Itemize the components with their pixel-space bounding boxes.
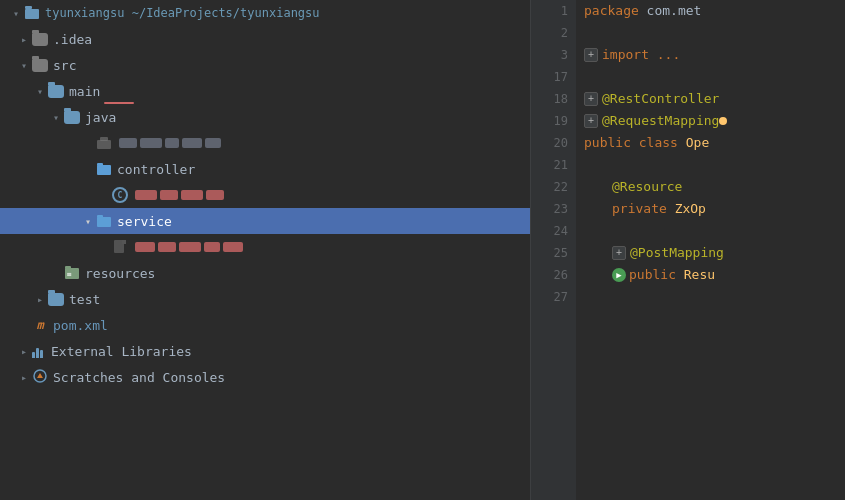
svg-rect-4 — [97, 165, 111, 175]
fold-icon-import[interactable]: + — [584, 48, 598, 62]
keyword-class: class — [639, 132, 678, 154]
keyword-import: import — [602, 44, 649, 66]
line-num-25: 25 — [531, 242, 568, 264]
libraries-icon — [32, 344, 46, 358]
svg-rect-1 — [25, 6, 32, 9]
line-num-2: 2 — [531, 22, 568, 44]
code-space4 — [676, 264, 684, 286]
code-line-25: + @PostMapping — [584, 242, 845, 264]
java-arrow — [48, 112, 64, 123]
code-line-18: + @RestController — [584, 88, 845, 110]
tree-item-controller-file[interactable]: C — [0, 182, 530, 208]
line-num-26: 26 — [531, 264, 568, 286]
pom-icon: m — [32, 317, 48, 333]
scratches-arrow — [16, 372, 32, 383]
return-type: Resu — [684, 264, 715, 286]
code-import-dots — [649, 44, 657, 66]
java-label: java — [85, 110, 116, 125]
main-arrow — [32, 86, 48, 97]
line-num-20: 20 — [531, 132, 568, 154]
line-num-18: 18 — [531, 88, 568, 110]
redacted-packages — [119, 138, 221, 148]
service-label: service — [117, 214, 172, 229]
svg-rect-2 — [97, 140, 111, 149]
service-folder-icon — [96, 215, 112, 228]
line-numbers-gutter: 1 2 3 17 18 19 20 21 22 23 24 25 26 27 — [531, 0, 576, 500]
tree-item-test[interactable]: test — [0, 286, 530, 312]
code-line-26: ▶ public Resu — [584, 264, 845, 286]
reqmap-warning-icon — [719, 117, 727, 125]
code-text-area[interactable]: package com.met + import ... + @RestCont… — [576, 0, 845, 500]
tree-item-idea[interactable]: .idea — [0, 26, 530, 52]
code-line-20: public class Ope — [584, 132, 845, 154]
code-line-1: package com.met — [584, 0, 845, 22]
tree-item-scratches[interactable]: Scratches and Consoles — [0, 364, 530, 390]
resources-icon: ≡ — [64, 265, 80, 281]
annotation-reqmap: @RequestMapping — [602, 110, 719, 132]
idea-arrow — [16, 34, 32, 45]
src-arrow — [16, 60, 32, 71]
code-editor-panel: 1 2 3 17 18 19 20 21 22 23 24 25 26 27 p… — [530, 0, 845, 500]
tree-item-packages[interactable] — [0, 130, 530, 156]
line-num-3: 3 — [531, 44, 568, 66]
code-line-19: + @RequestMapping — [584, 110, 845, 132]
class-name: Ope — [686, 132, 709, 154]
idea-folder-icon — [32, 33, 48, 46]
code-package-name: com.met — [639, 0, 702, 22]
line-num-23: 23 — [531, 198, 568, 220]
code-space — [631, 132, 639, 154]
code-space3 — [667, 198, 675, 220]
tree-item-libraries[interactable]: External Libraries — [0, 338, 530, 364]
keyword-package: package — [584, 0, 639, 22]
code-line-23: private ZxOp — [584, 198, 845, 220]
tree-item-service-files[interactable] — [0, 234, 530, 260]
main-folder-icon — [48, 85, 64, 98]
fold-icon-class[interactable]: + — [584, 92, 598, 106]
annotation-rest: @RestController — [602, 88, 719, 110]
project-arrow[interactable] — [8, 8, 24, 19]
tree-item-src[interactable]: src — [0, 52, 530, 78]
line-num-1: 1 — [531, 0, 568, 22]
line-num-22: 22 — [531, 176, 568, 198]
private-type: ZxOp — [675, 198, 706, 220]
fold-icon-reqmap[interactable]: + — [584, 114, 598, 128]
test-arrow — [32, 294, 48, 305]
svg-rect-5 — [97, 163, 103, 166]
keyword-public-method: public — [629, 264, 676, 286]
tree-item-resources[interactable]: ≡ resources — [0, 260, 530, 286]
svg-text:≡: ≡ — [67, 270, 72, 279]
java-class-icon: C — [112, 187, 128, 203]
tree-item-controller[interactable]: controller — [0, 156, 530, 182]
pom-label: pom.xml — [53, 318, 108, 333]
svg-rect-9 — [122, 240, 126, 244]
tree-item-pom[interactable]: m pom.xml — [0, 312, 530, 338]
tree-item-service[interactable]: service — [0, 208, 530, 234]
main-underline — [104, 102, 134, 104]
scratches-label: Scratches and Consoles — [53, 370, 225, 385]
service-file-icon — [112, 239, 128, 255]
svg-rect-3 — [100, 137, 108, 141]
annotation-resource: @Resource — [612, 176, 682, 198]
test-label: test — [69, 292, 100, 307]
code-line-3: + import ... — [584, 44, 845, 66]
tree-item-java[interactable]: java — [0, 104, 530, 130]
svg-rect-6 — [97, 217, 111, 227]
java-folder-icon — [64, 111, 80, 124]
main-label: main — [69, 84, 100, 99]
tree-item-main[interactable]: main — [0, 78, 530, 104]
project-icon — [24, 5, 40, 21]
svg-marker-14 — [37, 373, 43, 378]
project-header: tyunxiangsu ~/IdeaProjects/tyunxiangsu — [0, 0, 530, 26]
keyword-private: private — [612, 198, 667, 220]
fold-icon-post[interactable]: + — [612, 246, 626, 260]
idea-label: .idea — [53, 32, 92, 47]
code-line-21 — [584, 154, 845, 176]
file-tree-panel: tyunxiangsu ~/IdeaProjects/tyunxiangsu .… — [0, 0, 530, 500]
code-line-22: @Resource — [584, 176, 845, 198]
run-icon[interactable]: ▶ — [612, 268, 626, 282]
svg-rect-0 — [25, 9, 39, 19]
libraries-label: External Libraries — [51, 344, 192, 359]
line-num-19: 19 — [531, 110, 568, 132]
service-arrow — [80, 216, 96, 227]
line-num-17: 17 — [531, 66, 568, 88]
